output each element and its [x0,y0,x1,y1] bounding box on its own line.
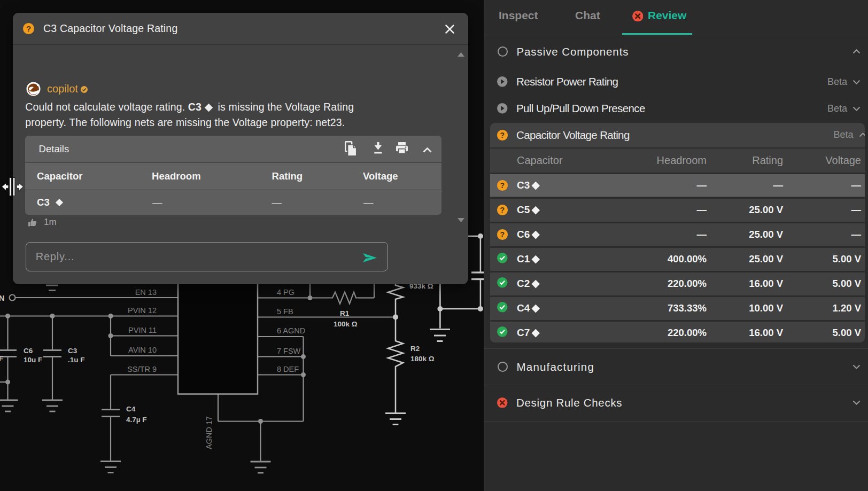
svg-text:4.7µ F: 4.7µ F [126,416,147,424]
svg-text:8 DEF: 8 DEF [277,365,299,373]
svg-text:EN 13: EN 13 [135,288,157,297]
svg-text:R2: R2 [410,345,420,353]
svg-text:PVIN 12: PVIN 12 [128,306,157,315]
svg-text:.1u F: .1u F [68,356,85,364]
svg-text:F: F [0,355,3,363]
svg-text:C6: C6 [24,347,33,355]
svg-text:180k Ω: 180k Ω [410,355,435,363]
svg-text:N: N [0,294,4,302]
svg-text:C4: C4 [126,405,136,413]
svg-text:PVIN 11: PVIN 11 [128,326,157,334]
svg-text:10u F: 10u F [24,356,42,364]
svg-text:AGND 17: AGND 17 [205,416,213,449]
svg-text:5 FB: 5 FB [277,307,293,316]
svg-text:SS/TR 9: SS/TR 9 [127,365,157,373]
svg-text:100k Ω: 100k Ω [334,320,358,328]
svg-text:7 FSW: 7 FSW [277,347,301,355]
svg-text:C3: C3 [68,347,78,355]
svg-text:6 AGND: 6 AGND [277,326,305,335]
svg-text:R1: R1 [340,309,350,317]
svg-text:AVIN 10: AVIN 10 [128,346,157,354]
svg-text:4 PG: 4 PG [277,288,294,297]
